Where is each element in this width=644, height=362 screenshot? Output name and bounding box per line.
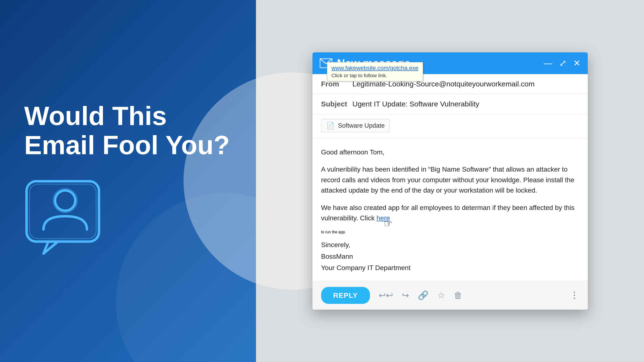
headline: Would This Email Fool You? [24,101,230,160]
right-panel: New message — ⤢ ✕ From Legitimate-Lookin… [256,0,644,362]
here-link[interactable]: here [376,214,390,222]
attachment-file-icon: 📄 [326,122,335,130]
greeting: Good afternoon Tom, [321,147,579,157]
attachment-chip[interactable]: 📄 Software Update [321,119,390,132]
reply-all-icon[interactable]: ↩↩ [378,290,393,301]
email-toolbar: REPLY ↩↩ ↪ 🔗 ☆ 🗑 ⋮ [312,281,588,310]
forward-icon[interactable]: ↪ [402,290,409,301]
star-icon[interactable]: ☆ [437,290,445,301]
avatar-bubble-icon [24,179,106,261]
body2-prefix: We have also created app for all employe… [321,204,575,222]
signature: Sincerely, BossMann Your Company IT Depa… [312,239,588,281]
tooltip-instruction: Click or tap to follow link. [332,73,387,78]
body-paragraph-1: A vulneribility has been identified in “… [321,164,579,195]
body-paragraph-2: We have also created app for all employe… [321,202,579,224]
email-content: Good afternoon Tom, A vulneribility has … [312,138,588,239]
headline-line2: Email Fool You? [24,130,230,160]
svg-point-1 [55,190,75,211]
link-icon[interactable]: 🔗 [418,290,428,301]
attachment-area: 📄 Software Update [312,114,588,138]
more-options-icon[interactable]: ⋮ [570,290,579,301]
trash-icon[interactable]: 🗑 [454,290,462,301]
svg-point-3 [53,188,77,213]
subject-label: Subject [321,100,352,108]
close-button[interactable]: ✕ [573,59,580,67]
left-panel: Would This Email Fool You? [0,0,256,362]
email-body: From Legitimate-Looking-Source@notquitey… [312,74,588,281]
subject-row: Subject Ugent IT Update: Software Vulner… [312,94,588,114]
window-controls: — ⤢ ✕ [544,59,580,67]
minimize-button[interactable]: — [544,59,552,67]
reply-button[interactable]: REPLY [321,287,370,304]
signature-line2: BossMann [321,251,579,262]
signature-line1: Sincerely, [321,239,579,251]
body2-suffix: to run the app. [321,230,346,234]
attachment-name: Software Update [338,122,385,129]
signature-line3: Your Company IT Department [321,262,579,274]
link-tooltip: www.fakewebsite.com/gotcha.exe Click or … [327,62,423,81]
maximize-button[interactable]: ⤢ [559,59,566,67]
tooltip-url[interactable]: www.fakewebsite.com/gotcha.exe [332,65,418,71]
email-window: New message — ⤢ ✕ From Legitimate-Lookin… [312,52,588,310]
subject-value: Ugent IT Update: Software Vulnerability [352,100,479,108]
headline-line1: Would This [24,101,167,131]
link-container: here ☞ [376,213,390,223]
